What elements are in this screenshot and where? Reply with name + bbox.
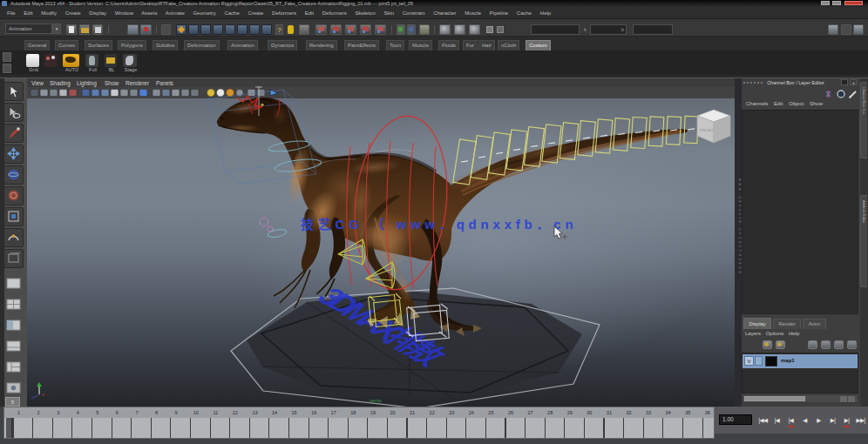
- svg-text:x: x: [42, 392, 44, 397]
- svg-text:Renderer: Renderer: [125, 80, 150, 86]
- svg-text:技艺CG （ www．qdnxxfb．cn: 技艺CG （ www．qdnxxfb．cn: [301, 217, 577, 232]
- svg-text:Shading: Shading: [50, 80, 71, 87]
- svg-text:Panels: Panels: [156, 80, 174, 86]
- svg-text:Show: Show: [105, 80, 119, 86]
- svg-text:persp: persp: [370, 398, 382, 403]
- svg-text:FRONT: FRONT: [700, 128, 714, 133]
- svg-text:View: View: [31, 80, 44, 86]
- svg-text:Lighting: Lighting: [77, 80, 97, 87]
